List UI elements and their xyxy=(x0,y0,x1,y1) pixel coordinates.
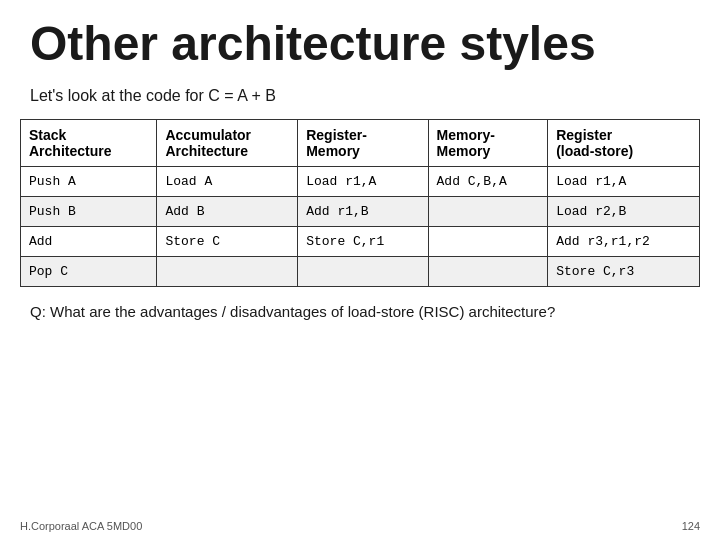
table-cell: Load r2,B xyxy=(548,196,700,226)
subtitle: Let's look at the code for C = A + B xyxy=(0,81,720,119)
table-cell: Add r1,B xyxy=(298,196,428,226)
table-header-row: StackArchitecture AccumulatorArchitectur… xyxy=(21,119,700,166)
table-cell xyxy=(428,226,548,256)
table-cell: Add C,B,A xyxy=(428,166,548,196)
table-row: Pop CStore C,r3 xyxy=(21,256,700,286)
col-header-load-store: Register(load-store) xyxy=(548,119,700,166)
question-text: Q: What are the advantages / disadvantag… xyxy=(0,287,720,320)
table-cell: Add B xyxy=(157,196,298,226)
architecture-table: StackArchitecture AccumulatorArchitectur… xyxy=(20,119,700,287)
col-header-register-memory: Register-Memory xyxy=(298,119,428,166)
table-cell: Store C,r1 xyxy=(298,226,428,256)
footer-right: 124 xyxy=(682,520,700,532)
table-cell: Add r3,r1,r2 xyxy=(548,226,700,256)
col-header-accumulator: AccumulatorArchitecture xyxy=(157,119,298,166)
col-header-memory-memory: Memory-Memory xyxy=(428,119,548,166)
table-cell: Add xyxy=(21,226,157,256)
footer-left: H.Corporaal ACA 5MD00 xyxy=(20,520,142,532)
table-cell: Push A xyxy=(21,166,157,196)
table-cell xyxy=(428,196,548,226)
table-cell xyxy=(428,256,548,286)
table-cell xyxy=(298,256,428,286)
page-title: Other architecture styles xyxy=(0,0,720,81)
architecture-table-wrapper: StackArchitecture AccumulatorArchitectur… xyxy=(0,119,720,287)
table-row: Push BAdd BAdd r1,BLoad r2,B xyxy=(21,196,700,226)
table-row: AddStore CStore C,r1Add r3,r1,r2 xyxy=(21,226,700,256)
table-row: Push ALoad ALoad r1,AAdd C,B,ALoad r1,A xyxy=(21,166,700,196)
col-header-stack: StackArchitecture xyxy=(21,119,157,166)
table-cell: Push B xyxy=(21,196,157,226)
table-cell: Load A xyxy=(157,166,298,196)
table-cell: Store C xyxy=(157,226,298,256)
table-cell: Pop C xyxy=(21,256,157,286)
table-cell: Store C,r3 xyxy=(548,256,700,286)
footer: H.Corporaal ACA 5MD00 124 xyxy=(20,520,700,532)
table-cell xyxy=(157,256,298,286)
table-cell: Load r1,A xyxy=(298,166,428,196)
table-cell: Load r1,A xyxy=(548,166,700,196)
